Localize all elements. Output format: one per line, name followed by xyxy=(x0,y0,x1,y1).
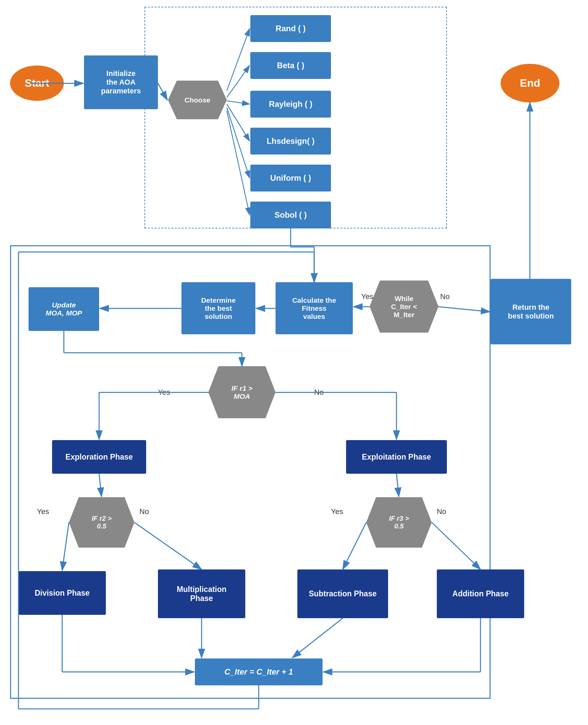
uniform-node: Uniform ( ) xyxy=(250,165,331,192)
yes-label-r2: Yes xyxy=(37,507,49,516)
division-node: Division Phase xyxy=(19,571,106,615)
no-label-while: No xyxy=(440,292,449,301)
exploration-node: Exploration Phase xyxy=(52,440,146,474)
best-solution-node: Determine the best solution xyxy=(182,282,255,334)
if-r3-node: IF r3 > 0.5 xyxy=(366,497,432,548)
while-node: While C_Iter < M_Iter xyxy=(370,280,439,333)
no-label-r2: No xyxy=(140,507,149,516)
start-node: Start xyxy=(10,65,64,101)
choose-node: Choose xyxy=(168,81,227,119)
if-r2-node: IF r2 > 0.5 xyxy=(69,497,134,548)
rand-node: Rand ( ) xyxy=(250,15,331,42)
beta-node: Beta ( ) xyxy=(250,52,331,79)
multiplication-node: Multiplication Phase xyxy=(158,570,245,618)
initialize-node: Initialize the AOA parameters xyxy=(84,56,158,109)
yes-label-r1: Yes xyxy=(158,388,170,397)
exploitation-node: Exploitation Phase xyxy=(346,440,447,474)
end-node: End xyxy=(501,64,560,103)
subtraction-node: Subtraction Phase xyxy=(297,570,388,618)
calculate-node: Calculate the Fitness values xyxy=(275,282,353,334)
c-iter-node: C_Iter = C_Iter + 1 xyxy=(195,659,322,685)
yes-label-r3: Yes xyxy=(331,507,343,516)
no-label-r1: No xyxy=(314,388,323,397)
update-node: UpdateMOA, MOP xyxy=(28,287,99,331)
lhsdesign-node: Lhsdesign( ) xyxy=(250,128,331,154)
if-r1-node: IF r1 > MOA xyxy=(208,366,275,418)
addition-node: Addition Phase xyxy=(437,570,524,618)
no-label-r3: No xyxy=(437,507,446,516)
yes-label-while: Yes xyxy=(361,292,373,301)
sobol-node: Sobol ( ) xyxy=(250,201,331,229)
return-best-node: Return the best solution xyxy=(490,279,571,344)
flowchart: Start Initialize the AOA parameters Choo… xyxy=(0,0,588,725)
rayleigh-node: Rayleigh ( ) xyxy=(250,91,331,118)
